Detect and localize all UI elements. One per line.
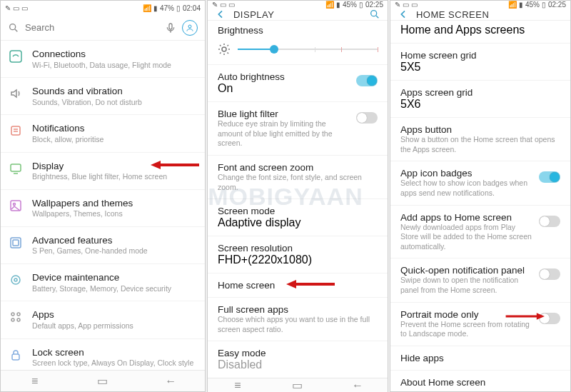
toggle[interactable] <box>539 171 560 183</box>
item-about-home[interactable]: About Home screen <box>390 371 570 392</box>
sidebar-item-advanced[interactable]: Advanced featuresS Pen, Games, One-hande… <box>1 227 205 264</box>
display-header: DISPLAY <box>208 9 388 21</box>
sidebar-item-apps[interactable]: AppsDefault apps, App permissions <box>1 301 205 338</box>
item-sub: Block, allow, prioritise <box>32 135 196 145</box>
svg-point-17 <box>11 276 20 284</box>
signal-icon: ▮ <box>153 4 158 12</box>
toggle[interactable] <box>539 216 560 227</box>
item-title: Blue light filter <box>218 109 378 119</box>
item-value: 5X6 <box>400 98 560 111</box>
brightness-slider[interactable] <box>238 49 378 50</box>
item-add-apps[interactable]: Add apps to Home screen Newly downloaded… <box>390 206 570 259</box>
item-title: Home screen grid <box>400 50 560 61</box>
item-home-screen[interactable]: Home screen <box>208 273 388 298</box>
item-layout[interactable]: Home and Apps screens <box>390 21 570 44</box>
sidebar-item-connections[interactable]: ConnectionsWi-Fi, Bluetooth, Data usage,… <box>1 41 205 78</box>
item-title: Add apps to Home screen <box>400 212 560 223</box>
item-title: Home screen <box>218 280 378 291</box>
wifi-icon: 📶 <box>508 1 517 9</box>
sidebar-item-sounds[interactable]: Sounds and vibrationSounds, Vibration, D… <box>1 78 205 115</box>
search-bar[interactable] <box>1 15 205 41</box>
item-portrait-only[interactable]: Portrait mode only Prevent the Home scre… <box>390 303 570 346</box>
pen-icon: ✎ <box>212 1 218 9</box>
search-icon[interactable] <box>369 9 380 20</box>
toggle[interactable] <box>539 313 560 324</box>
item-hide-apps[interactable]: Hide apps <box>390 346 570 371</box>
item-home-grid[interactable]: Home screen grid 5X5 <box>390 44 570 81</box>
profile-icon[interactable] <box>182 20 198 36</box>
item-value: FHD+(2220x1080) <box>218 253 378 266</box>
item-quick-open[interactable]: Quick-open notification panel Swipe down… <box>390 258 570 302</box>
sidebar-item-notifications[interactable]: NotificationsBlock, allow, prioritise <box>1 115 205 152</box>
svg-line-1 <box>15 29 17 31</box>
item-title: Easy mode <box>218 348 378 358</box>
wallpapers-icon <box>9 198 23 213</box>
status-bar: ✎ ▭ ▭ 📶 ▮ 47% ▯ 02:04 <box>1 1 205 15</box>
item-title: Display <box>32 160 196 173</box>
item-title: Advanced features <box>32 234 196 247</box>
search-input[interactable] <box>25 22 159 33</box>
sidebar-item-wallpapers[interactable]: Wallpapers and themesWallpapers, Themes,… <box>1 190 205 227</box>
item-title: Screen resolution <box>218 243 378 253</box>
item-apps-grid[interactable]: Apps screen grid 5X6 <box>390 81 570 118</box>
mic-icon[interactable] <box>165 22 176 34</box>
image-icon: ▭ <box>220 1 226 9</box>
item-auto-brightness[interactable]: Auto brightness On <box>208 65 388 102</box>
search-icon <box>8 22 19 34</box>
home-button[interactable]: ▭ <box>283 378 312 392</box>
toggle[interactable] <box>356 75 378 86</box>
recent-button[interactable]: ≡ <box>223 379 252 392</box>
item-title: Sounds and vibration <box>32 85 196 98</box>
sidebar-item-display[interactable]: DisplayBrightness, Blue light filter, Ho… <box>1 153 205 190</box>
recent-button[interactable]: ≡ <box>21 375 49 388</box>
item-screen-mode[interactable]: Screen mode Adaptive display <box>208 199 388 236</box>
item-sub: Show a button on the Home screen that op… <box>400 135 560 154</box>
item-easy-mode[interactable]: Easy mode Disabled <box>208 341 388 378</box>
settings-list: ConnectionsWi-Fi, Bluetooth, Data usage,… <box>1 41 205 370</box>
item-full-screen-apps[interactable]: Full screen apps Choose which apps you w… <box>208 298 388 341</box>
item-title: Apps screen grid <box>400 87 560 98</box>
svg-point-26 <box>222 47 226 51</box>
time-text: 02:25 <box>548 1 566 9</box>
item-value: 5X5 <box>400 61 560 74</box>
battery-text: 45% <box>343 1 357 9</box>
item-screen-resolution[interactable]: Screen resolution FHD+(2220x1080) <box>208 236 388 273</box>
back-icon[interactable] <box>398 9 409 20</box>
item-apps-button[interactable]: Apps button Show a button on the Home sc… <box>390 118 570 161</box>
item-value: On <box>218 82 378 95</box>
back-button[interactable]: ← <box>343 379 372 392</box>
sidebar-item-lockscreen[interactable]: Lock screenScreen lock type, Always On D… <box>1 339 205 371</box>
header-title: HOME SCREEN <box>416 9 563 20</box>
item-font-zoom[interactable]: Font and screen zoom Change the font siz… <box>208 156 388 199</box>
svg-rect-6 <box>11 126 20 135</box>
svg-rect-16 <box>13 240 19 246</box>
item-title: Connections <box>32 48 196 61</box>
battery-text: 47% <box>160 4 174 12</box>
toggle[interactable] <box>356 112 378 124</box>
item-sub: S Pen, Games, One-handed mode <box>32 246 196 256</box>
connections-icon <box>9 49 23 64</box>
homescreen-header: HOME SCREEN <box>390 9 570 21</box>
sidebar-item-maintenance[interactable]: Device maintenanceBattery, Storage, Memo… <box>1 264 205 301</box>
item-title: Quick-open notification panel <box>400 265 560 276</box>
slider-thumb[interactable] <box>270 45 278 54</box>
wifi-icon: 📶 <box>143 4 151 12</box>
back-icon[interactable] <box>215 9 226 20</box>
image-icon: ▭ <box>411 1 418 9</box>
item-title: About Home screen <box>400 377 560 388</box>
item-sub: Sounds, Vibration, Do not disturb <box>32 98 196 108</box>
item-icon-badges[interactable]: App icon badges Select how to show icon … <box>390 161 570 205</box>
battery-text: 45% <box>525 1 540 9</box>
item-blue-light[interactable]: Blue light filter Reduce eye strain by l… <box>208 102 388 156</box>
home-button[interactable]: ▭ <box>89 374 117 388</box>
item-title: Lock screen <box>32 346 196 359</box>
back-button[interactable]: ← <box>156 375 185 388</box>
brightness-label: Brightness <box>218 25 378 36</box>
toggle[interactable] <box>539 268 560 280</box>
item-title: Apps <box>32 308 196 321</box>
svg-point-22 <box>17 318 20 321</box>
item-sub: Prevent the Home screen from rotating to… <box>400 320 560 339</box>
signal-icon: ▮ <box>336 1 340 9</box>
svg-point-0 <box>10 24 16 29</box>
svg-point-4 <box>188 25 191 28</box>
